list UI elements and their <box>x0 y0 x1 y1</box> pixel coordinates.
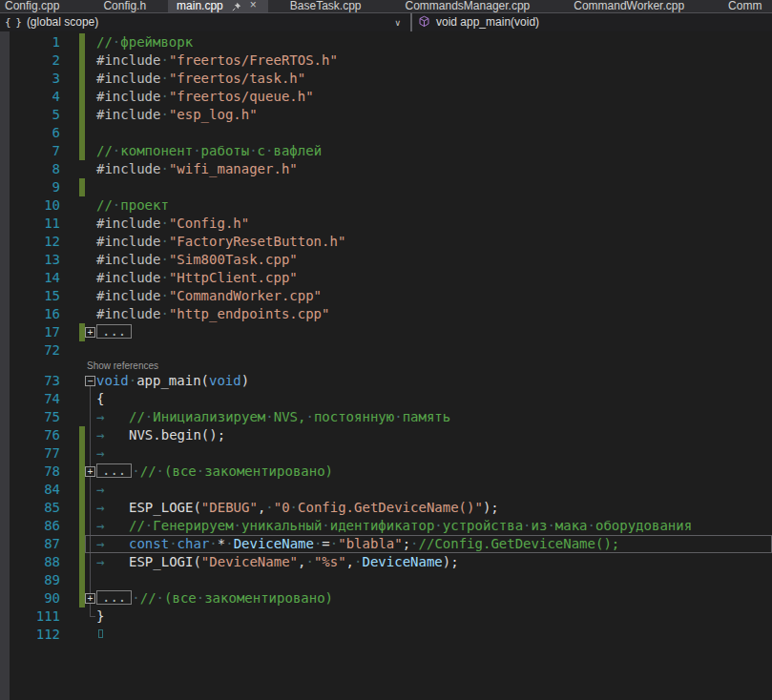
whitespace-dot: · <box>169 536 177 551</box>
code-line[interactable]: 6 <box>0 124 772 142</box>
code-line[interactable]: 76→NVS.begin(); <box>0 426 772 444</box>
code-line[interactable]: 2#include·"freertos/FreeRTOS.h" <box>0 51 772 70</box>
tab-commandworker-cpp[interactable]: CommandWorker.cpp <box>552 0 706 13</box>
code-line[interactable]: 13#include·"Sim800Task.cpp" <box>0 251 772 269</box>
line-number: 2 <box>10 51 60 70</box>
code-line[interactable]: 5#include·"esp_log.h" <box>0 106 772 124</box>
comment-token: // <box>96 34 113 50</box>
collapsed-region[interactable]: ... <box>96 324 132 339</box>
code-line[interactable]: 87→const·char·*·DeviceName·=·"blabla";·/… <box>0 535 772 553</box>
code-line[interactable]: 77→ <box>0 444 772 463</box>
code-line[interactable]: 12#include·"FactoryResetButton.h" <box>0 233 772 251</box>
fold-margin <box>85 444 96 463</box>
line-number: 111 <box>10 607 60 626</box>
code-line[interactable]: 112 <box>0 626 772 644</box>
code-editor[interactable]: 1//·фреймворк2#include·"freertos/FreeRTO… <box>0 31 772 700</box>
fold-margin <box>85 33 96 51</box>
tab-config-cpp[interactable]: Config.cpp <box>0 0 81 13</box>
code-line[interactable]: 11#include·"Config.h" <box>0 215 772 233</box>
tab-commandsmanager-cpp[interactable]: CommandsManager.cpp <box>384 0 553 13</box>
code-token: NVS.begin(); <box>129 427 225 443</box>
code-line[interactable]: 89 <box>0 571 772 589</box>
fold-margin <box>85 341 96 360</box>
whitespace-dot: · <box>132 590 139 606</box>
code-line[interactable]: 7//·компонент·работы·с·вафлей <box>0 142 772 160</box>
code-line[interactable]: 1//·фреймворк <box>0 33 772 51</box>
close-icon[interactable]: × <box>250 0 257 11</box>
code-text: #include·"freertos/queue.h" <box>96 88 772 106</box>
string-token: "http_endpoints.cpp" <box>169 306 330 321</box>
comment-token: мака <box>555 518 588 533</box>
comment-token: (все <box>164 590 197 606</box>
fold-margin <box>85 499 96 517</box>
comment-token: оборудования <box>595 518 692 533</box>
line-number: 13 <box>10 251 60 269</box>
whitespace-dot: · <box>160 234 168 249</box>
preprocessor-token: #include <box>96 52 160 68</box>
expand-icon[interactable]: + <box>85 593 95 604</box>
tab-main-cpp[interactable]: main.cpp× <box>168 0 268 13</box>
scope-label: (global scope) <box>27 13 98 31</box>
fold-margin <box>85 70 96 88</box>
code-token: { <box>96 391 104 406</box>
tab-config-h[interactable]: Config.h <box>81 0 168 13</box>
line-number: 112 <box>10 626 60 644</box>
member-dropdown[interactable]: void app_main(void) <box>412 13 772 31</box>
expand-icon[interactable]: + <box>85 466 95 477</box>
code-line[interactable]: 9 <box>0 178 772 196</box>
code-line[interactable]: 14#include·"HttpClient.cpp" <box>0 269 772 287</box>
code-line[interactable]: 111} <box>0 607 772 626</box>
code-text: →NVS.begin(); <box>96 426 772 444</box>
code-line[interactable]: 84→ <box>0 481 772 499</box>
comment-token: идентификатор <box>330 518 435 533</box>
scope-dropdown[interactable]: { } (global scope) ∨ <box>0 13 410 31</box>
code-line[interactable]: 72 <box>0 341 772 360</box>
code-text: →const·char·*·DeviceName·=·"blabla";·//C… <box>96 535 772 553</box>
code-line[interactable]: 3#include·"freertos/task.h" <box>0 70 772 88</box>
whitespace-dot: · <box>160 252 168 267</box>
comment-token: уникальный <box>241 518 322 533</box>
code-line[interactable]: 15#include·"CommandWorker.cpp" <box>0 287 772 305</box>
code-line[interactable]: 74{ <box>0 390 772 408</box>
fold-margin <box>85 51 96 70</box>
tab-arrow-icon: → <box>96 535 129 553</box>
collapsed-region[interactable]: ... <box>96 463 132 478</box>
code-line[interactable]: 73−void·app_main(void) <box>0 372 772 390</box>
code-line[interactable]: 85→ESP_LOGE("DEBUG",·"0·Config.GetDevice… <box>0 499 772 517</box>
code-line[interactable]: 75→//·Инициализируем·NVS,·постоянную·пам… <box>0 408 772 426</box>
tab-comm[interactable]: Comm <box>706 0 772 13</box>
comment-token: вафлей <box>273 143 322 158</box>
whitespace-dot: · <box>160 89 168 104</box>
string-token: "0 <box>274 500 290 515</box>
line-number: 10 <box>10 196 60 215</box>
fold-margin: + <box>85 323 96 341</box>
whitespace-dot: · <box>547 518 554 533</box>
collapse-icon[interactable]: − <box>85 376 95 386</box>
code-line[interactable]: 17+... <box>0 323 772 341</box>
code-line[interactable]: 88→ESP_LOGI("DeviceName",·"%s",·DeviceNa… <box>0 553 772 571</box>
collapsed-region[interactable]: ... <box>96 590 132 605</box>
keyword-token: char <box>177 536 210 551</box>
whitespace-dot: · <box>265 500 273 515</box>
fold-margin <box>85 287 96 305</box>
fold-margin <box>85 517 96 535</box>
preprocessor-token: #include <box>96 252 160 267</box>
code-line[interactable]: 78+...·//·(все·закоментировано) <box>0 463 772 481</box>
line-number: 89 <box>10 571 60 589</box>
whitespace-dot: · <box>156 590 164 606</box>
code-line[interactable]: 90+...·//·(все·закоментировано) <box>0 589 772 607</box>
code-line[interactable]: 16#include·"http_endpoints.cpp" <box>0 305 772 323</box>
tab-basetask-cpp[interactable]: BaseTask.cpp <box>268 0 384 13</box>
whitespace-dot: · <box>197 463 204 479</box>
tab-arrow-icon: → <box>96 517 129 535</box>
code-line[interactable]: 10//·проект <box>0 196 772 215</box>
code-line[interactable]: 86→//·Генерируем·уникальный·идентификато… <box>0 517 772 535</box>
codelens-show-references[interactable]: Show references <box>0 360 772 372</box>
chevron-down-icon[interactable]: ∨ <box>394 18 401 28</box>
code-line[interactable]: 4#include·"freertos/queue.h" <box>0 88 772 106</box>
whitespace-dot: · <box>410 536 418 551</box>
pin-icon[interactable] <box>232 1 241 13</box>
expand-icon[interactable]: + <box>85 327 95 338</box>
code-line[interactable]: 8#include·"wifi_manager.h" <box>0 160 772 178</box>
whitespace-dot: · <box>394 409 402 424</box>
